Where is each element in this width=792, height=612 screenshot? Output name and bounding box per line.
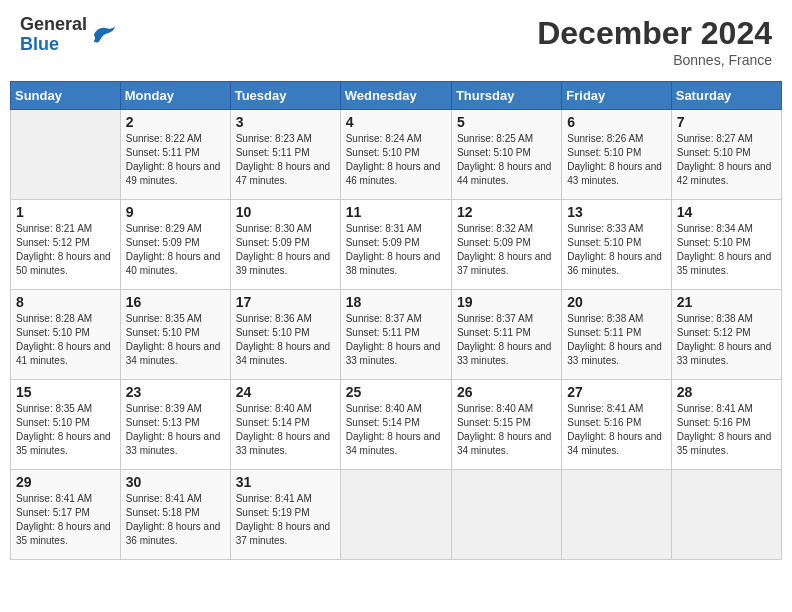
day-number: 7 <box>677 114 776 130</box>
day-number: 18 <box>346 294 446 310</box>
calendar-cell: 13 Sunrise: 8:33 AMSunset: 5:10 PMDaylig… <box>562 200 671 290</box>
calendar-cell: 31 Sunrise: 8:41 AMSunset: 5:19 PMDaylig… <box>230 470 340 560</box>
calendar-cell: 7 Sunrise: 8:27 AMSunset: 5:10 PMDayligh… <box>671 110 781 200</box>
day-info: Sunrise: 8:37 AMSunset: 5:11 PMDaylight:… <box>346 313 441 366</box>
header-saturday: Saturday <box>671 82 781 110</box>
calendar-cell <box>562 470 671 560</box>
day-info: Sunrise: 8:22 AMSunset: 5:11 PMDaylight:… <box>126 133 221 186</box>
day-number: 1 <box>16 204 115 220</box>
day-number: 14 <box>677 204 776 220</box>
day-info: Sunrise: 8:40 AMSunset: 5:15 PMDaylight:… <box>457 403 552 456</box>
calendar-cell: 10 Sunrise: 8:30 AMSunset: 5:09 PMDaylig… <box>230 200 340 290</box>
day-number: 19 <box>457 294 556 310</box>
day-info: Sunrise: 8:24 AMSunset: 5:10 PMDaylight:… <box>346 133 441 186</box>
calendar-cell: 26 Sunrise: 8:40 AMSunset: 5:15 PMDaylig… <box>451 380 561 470</box>
day-number: 4 <box>346 114 446 130</box>
calendar-cell: 23 Sunrise: 8:39 AMSunset: 5:13 PMDaylig… <box>120 380 230 470</box>
day-info: Sunrise: 8:25 AMSunset: 5:10 PMDaylight:… <box>457 133 552 186</box>
day-number: 13 <box>567 204 665 220</box>
day-info: Sunrise: 8:21 AMSunset: 5:12 PMDaylight:… <box>16 223 111 276</box>
day-number: 10 <box>236 204 335 220</box>
day-info: Sunrise: 8:37 AMSunset: 5:11 PMDaylight:… <box>457 313 552 366</box>
header-friday: Friday <box>562 82 671 110</box>
title-block: December 2024 Bonnes, France <box>537 15 772 68</box>
calendar-cell: 30 Sunrise: 8:41 AMSunset: 5:18 PMDaylig… <box>120 470 230 560</box>
calendar-cell <box>671 470 781 560</box>
day-info: Sunrise: 8:30 AMSunset: 5:09 PMDaylight:… <box>236 223 331 276</box>
calendar-cell <box>451 470 561 560</box>
day-number: 24 <box>236 384 335 400</box>
logo-general: General <box>20 15 87 35</box>
calendar-cell: 25 Sunrise: 8:40 AMSunset: 5:14 PMDaylig… <box>340 380 451 470</box>
calendar-week-row: 2 Sunrise: 8:22 AMSunset: 5:11 PMDayligh… <box>11 110 782 200</box>
day-number: 8 <box>16 294 115 310</box>
calendar-cell: 29 Sunrise: 8:41 AMSunset: 5:17 PMDaylig… <box>11 470 121 560</box>
day-info: Sunrise: 8:32 AMSunset: 5:09 PMDaylight:… <box>457 223 552 276</box>
calendar-cell: 20 Sunrise: 8:38 AMSunset: 5:11 PMDaylig… <box>562 290 671 380</box>
month-title: December 2024 <box>537 15 772 52</box>
day-number: 16 <box>126 294 225 310</box>
day-info: Sunrise: 8:27 AMSunset: 5:10 PMDaylight:… <box>677 133 772 186</box>
calendar-week-row: 1 Sunrise: 8:21 AMSunset: 5:12 PMDayligh… <box>11 200 782 290</box>
calendar-cell: 14 Sunrise: 8:34 AMSunset: 5:10 PMDaylig… <box>671 200 781 290</box>
calendar-cell: 17 Sunrise: 8:36 AMSunset: 5:10 PMDaylig… <box>230 290 340 380</box>
day-info: Sunrise: 8:41 AMSunset: 5:17 PMDaylight:… <box>16 493 111 546</box>
page-header: General Blue December 2024 Bonnes, Franc… <box>10 10 782 73</box>
calendar-cell: 5 Sunrise: 8:25 AMSunset: 5:10 PMDayligh… <box>451 110 561 200</box>
logo-bird-icon <box>89 21 117 49</box>
header-thursday: Thursday <box>451 82 561 110</box>
calendar-cell: 24 Sunrise: 8:40 AMSunset: 5:14 PMDaylig… <box>230 380 340 470</box>
day-info: Sunrise: 8:41 AMSunset: 5:16 PMDaylight:… <box>567 403 662 456</box>
logo-blue: Blue <box>20 35 87 55</box>
header-wednesday: Wednesday <box>340 82 451 110</box>
day-number: 29 <box>16 474 115 490</box>
logo: General Blue <box>20 15 117 55</box>
day-number: 26 <box>457 384 556 400</box>
header-monday: Monday <box>120 82 230 110</box>
day-info: Sunrise: 8:41 AMSunset: 5:19 PMDaylight:… <box>236 493 331 546</box>
calendar-cell: 21 Sunrise: 8:38 AMSunset: 5:12 PMDaylig… <box>671 290 781 380</box>
logo-text: General Blue <box>20 15 87 55</box>
day-info: Sunrise: 8:23 AMSunset: 5:11 PMDaylight:… <box>236 133 331 186</box>
day-info: Sunrise: 8:41 AMSunset: 5:16 PMDaylight:… <box>677 403 772 456</box>
day-number: 28 <box>677 384 776 400</box>
header-sunday: Sunday <box>11 82 121 110</box>
weekday-header-row: Sunday Monday Tuesday Wednesday Thursday… <box>11 82 782 110</box>
day-number: 23 <box>126 384 225 400</box>
calendar-cell: 18 Sunrise: 8:37 AMSunset: 5:11 PMDaylig… <box>340 290 451 380</box>
day-number: 25 <box>346 384 446 400</box>
calendar-cell: 11 Sunrise: 8:31 AMSunset: 5:09 PMDaylig… <box>340 200 451 290</box>
day-number: 21 <box>677 294 776 310</box>
day-info: Sunrise: 8:29 AMSunset: 5:09 PMDaylight:… <box>126 223 221 276</box>
day-number: 20 <box>567 294 665 310</box>
calendar-cell: 8 Sunrise: 8:28 AMSunset: 5:10 PMDayligh… <box>11 290 121 380</box>
calendar-cell: 6 Sunrise: 8:26 AMSunset: 5:10 PMDayligh… <box>562 110 671 200</box>
location: Bonnes, France <box>537 52 772 68</box>
day-info: Sunrise: 8:38 AMSunset: 5:12 PMDaylight:… <box>677 313 772 366</box>
calendar-week-row: 29 Sunrise: 8:41 AMSunset: 5:17 PMDaylig… <box>11 470 782 560</box>
day-number: 27 <box>567 384 665 400</box>
calendar-cell: 19 Sunrise: 8:37 AMSunset: 5:11 PMDaylig… <box>451 290 561 380</box>
calendar-cell: 9 Sunrise: 8:29 AMSunset: 5:09 PMDayligh… <box>120 200 230 290</box>
day-number: 12 <box>457 204 556 220</box>
calendar-week-row: 8 Sunrise: 8:28 AMSunset: 5:10 PMDayligh… <box>11 290 782 380</box>
day-info: Sunrise: 8:35 AMSunset: 5:10 PMDaylight:… <box>16 403 111 456</box>
day-number: 3 <box>236 114 335 130</box>
day-number: 11 <box>346 204 446 220</box>
calendar-cell: 15 Sunrise: 8:35 AMSunset: 5:10 PMDaylig… <box>11 380 121 470</box>
day-number: 30 <box>126 474 225 490</box>
calendar-cell <box>11 110 121 200</box>
day-info: Sunrise: 8:38 AMSunset: 5:11 PMDaylight:… <box>567 313 662 366</box>
day-info: Sunrise: 8:40 AMSunset: 5:14 PMDaylight:… <box>236 403 331 456</box>
day-number: 6 <box>567 114 665 130</box>
day-info: Sunrise: 8:31 AMSunset: 5:09 PMDaylight:… <box>346 223 441 276</box>
day-info: Sunrise: 8:36 AMSunset: 5:10 PMDaylight:… <box>236 313 331 366</box>
calendar-cell <box>340 470 451 560</box>
calendar-table: Sunday Monday Tuesday Wednesday Thursday… <box>10 81 782 560</box>
day-info: Sunrise: 8:34 AMSunset: 5:10 PMDaylight:… <box>677 223 772 276</box>
day-info: Sunrise: 8:28 AMSunset: 5:10 PMDaylight:… <box>16 313 111 366</box>
calendar-cell: 4 Sunrise: 8:24 AMSunset: 5:10 PMDayligh… <box>340 110 451 200</box>
calendar-cell: 1 Sunrise: 8:21 AMSunset: 5:12 PMDayligh… <box>11 200 121 290</box>
day-info: Sunrise: 8:33 AMSunset: 5:10 PMDaylight:… <box>567 223 662 276</box>
day-number: 5 <box>457 114 556 130</box>
